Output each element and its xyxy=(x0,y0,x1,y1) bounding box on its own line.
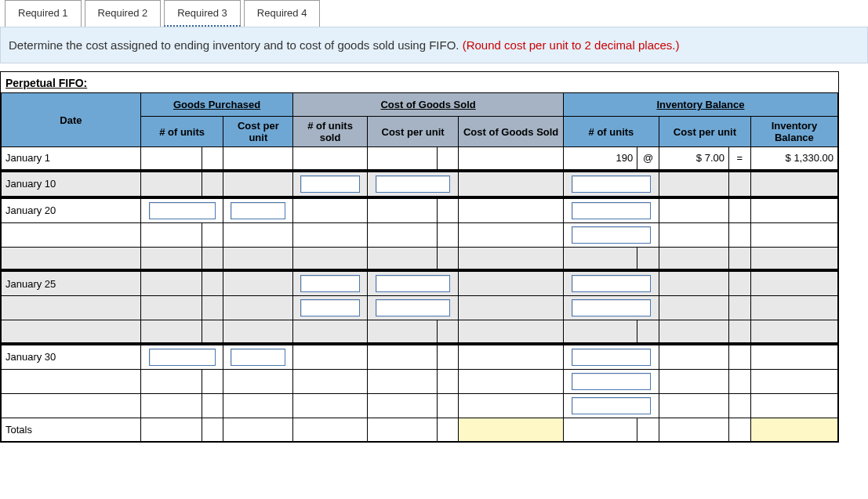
input-inv-units[interactable] xyxy=(572,226,650,244)
hdr-p-units: # of units xyxy=(140,117,223,147)
input-cogs-units[interactable] xyxy=(300,175,359,193)
input-inv-units[interactable] xyxy=(572,175,650,193)
row-totals: Totals xyxy=(2,418,838,441)
worksheet: Perpetual FIFO: Date Goods Purchased Cos… xyxy=(0,71,839,443)
input-p-cpu[interactable] xyxy=(231,202,285,219)
input-cogs-cpu[interactable] xyxy=(376,299,450,316)
input-cogs-cpu[interactable] xyxy=(376,175,450,193)
row-jan10: January 10 xyxy=(2,171,838,197)
row-jan25-2 xyxy=(2,296,838,320)
row-jan1: January 1 190 @ $ 7.00 = $ 1,330.00 xyxy=(2,147,838,171)
hdr-cogs: Cost of Goods Sold xyxy=(293,93,564,117)
input-p-units[interactable] xyxy=(149,202,216,219)
cell-date: Totals xyxy=(2,418,141,441)
row-jan30-2 xyxy=(2,369,838,393)
cell-cogs-total xyxy=(459,418,563,441)
cell-date: January 25 xyxy=(2,270,141,296)
hdr-inv-bal: Inventory Balance xyxy=(750,117,837,147)
tabs-bar: Required 1 Required 2 Required 3 Require… xyxy=(0,0,868,27)
row-jan20-1: January 20 xyxy=(2,197,838,223)
row-jan30-1: January 30 xyxy=(2,344,838,370)
input-cogs-cpu[interactable] xyxy=(376,275,450,292)
cell-inv-bal-total xyxy=(750,418,837,441)
tab-required-2[interactable]: Required 2 xyxy=(85,0,162,27)
hdr-inv-units: # of units xyxy=(563,117,659,147)
input-inv-units[interactable] xyxy=(572,202,650,219)
instruction-text: Determine the cost assigned to ending in… xyxy=(9,38,463,52)
input-p-cpu[interactable] xyxy=(231,349,285,366)
hdr-cogs-units: # of units sold xyxy=(293,117,367,147)
cell-inv-units: 190 xyxy=(563,147,637,171)
hdr-inv-cpu: Cost per unit xyxy=(659,117,751,147)
row-jan20-2 xyxy=(2,222,838,247)
row-jan25-1: January 25 xyxy=(2,270,838,296)
row-jan20-3 xyxy=(2,247,838,270)
input-inv-units[interactable] xyxy=(572,299,650,316)
input-inv-units[interactable] xyxy=(572,373,650,390)
input-cogs-units[interactable] xyxy=(300,275,359,292)
cell-inv-cpu: $ 7.00 xyxy=(659,147,729,171)
tab-required-3[interactable]: Required 3 xyxy=(164,0,241,27)
cell-eq: = xyxy=(728,147,750,171)
hdr-goods-purchased: Goods Purchased xyxy=(140,93,292,117)
hdr-cogs-cpu: Cost per unit xyxy=(367,117,459,147)
cell-date: January 30 xyxy=(2,344,141,370)
hdr-p-cpu: Cost per unit xyxy=(223,117,293,147)
input-cogs-units[interactable] xyxy=(300,299,359,316)
hdr-date: Date xyxy=(2,93,141,147)
input-inv-units[interactable] xyxy=(572,349,650,366)
instruction-note: (Round cost per unit to 2 decimal places… xyxy=(463,38,680,52)
row-jan25-3 xyxy=(2,320,838,344)
tab-required-4[interactable]: Required 4 xyxy=(244,0,321,27)
cell-date: January 10 xyxy=(2,171,141,197)
cell-date: January 1 xyxy=(2,147,141,171)
cell-date: January 20 xyxy=(2,197,141,223)
input-p-units[interactable] xyxy=(149,349,216,366)
hdr-inventory: Inventory Balance xyxy=(563,93,837,117)
instruction-banner: Determine the cost assigned to ending in… xyxy=(0,27,868,63)
cell-at: @ xyxy=(637,147,659,171)
tab-required-1[interactable]: Required 1 xyxy=(5,0,82,27)
hdr-cogs-total: Cost of Goods Sold xyxy=(459,117,563,147)
row-jan30-3 xyxy=(2,393,838,418)
input-inv-units[interactable] xyxy=(572,397,650,414)
worksheet-title: Perpetual FIFO: xyxy=(1,72,838,92)
input-inv-units[interactable] xyxy=(572,275,650,292)
cell-inv-bal: $ 1,330.00 xyxy=(750,147,837,171)
fifo-table: Date Goods Purchased Cost of Goods Sold … xyxy=(1,92,838,442)
